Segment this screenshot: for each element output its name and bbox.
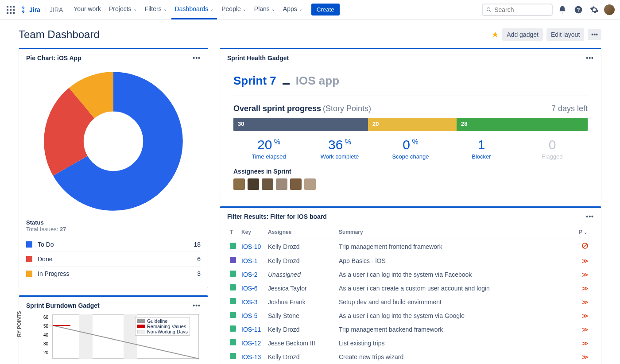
assignee-cell: Unassigned xyxy=(265,267,336,281)
issue-key[interactable]: IOS-10 xyxy=(241,243,261,250)
legend-swatch xyxy=(26,256,32,262)
story-icon xyxy=(230,353,236,359)
progress-segment: 30 xyxy=(233,118,368,131)
table-row[interactable]: IOS-11 Kelly Drozd Trip management backe… xyxy=(227,322,594,336)
table-row[interactable]: IOS-1 Kelly Drozd App Basics - iOS ≫ xyxy=(227,254,594,267)
legend-row[interactable]: Done6 xyxy=(26,252,201,266)
table-row[interactable]: IOS-5 Sally Stone As a user i can log in… xyxy=(227,309,594,322)
priority-cell: ≫ xyxy=(576,267,594,281)
issue-key[interactable]: IOS-5 xyxy=(241,312,258,319)
table-row[interactable]: IOS-3 Joshua Frank Setup dev and and bui… xyxy=(227,295,594,309)
col-assignee[interactable]: Assignee xyxy=(265,225,336,239)
settings-icon[interactable] xyxy=(588,4,601,16)
issue-key[interactable]: IOS-12 xyxy=(241,340,261,347)
chevron-down-icon: ⌄ xyxy=(210,7,213,12)
star-icon[interactable]: ★ xyxy=(492,30,499,39)
issue-key[interactable]: IOS-3 xyxy=(241,298,258,306)
assignee-avatar[interactable] xyxy=(276,178,287,190)
svg-rect-0 xyxy=(7,6,8,8)
gadget-more-icon[interactable]: ••• xyxy=(586,213,594,220)
legend-row[interactable]: In Progress3 xyxy=(26,266,201,281)
svg-text:30: 30 xyxy=(43,341,49,346)
sprint-health-gadget: Sprint Health Gadget ••• Sprint 7 IOS ap… xyxy=(220,48,601,199)
project-name[interactable]: JIRA xyxy=(46,6,66,13)
filter-table: T Key Assignee Summary P ⌄ IOS-10 Kelly … xyxy=(227,225,594,364)
nav-item-projects[interactable]: Projects⌄ xyxy=(105,0,140,19)
gadget-title: Sprint Burndown Gadget xyxy=(26,302,100,309)
nav-item-apps[interactable]: Apps⌄ xyxy=(279,0,306,19)
col-priority[interactable]: P ⌄ xyxy=(576,225,594,239)
progress-subtitle: (Story Points) xyxy=(323,104,371,113)
assignees-heading: Assignees in Sprint xyxy=(233,168,588,175)
svg-rect-1 xyxy=(10,6,12,8)
jira-logo[interactable]: Jira xyxy=(19,6,40,14)
gadget-title: Filter Results: Filter for IOS board xyxy=(227,213,327,220)
col-type[interactable]: T xyxy=(227,225,239,239)
metric[interactable]: 0Flagged xyxy=(517,137,588,160)
progress-segment: 28 xyxy=(457,118,588,131)
col-key[interactable]: Key xyxy=(239,225,265,239)
table-row[interactable]: IOS-10 Kelly Drozd Trip management front… xyxy=(227,239,594,254)
metric[interactable]: 36 %Work complete xyxy=(304,137,375,160)
search-box[interactable] xyxy=(482,4,553,16)
svg-rect-8 xyxy=(13,12,15,14)
summary-cell: As a user i can log into the system via … xyxy=(336,267,576,281)
issue-key[interactable]: IOS-11 xyxy=(241,326,261,333)
svg-text:?: ? xyxy=(577,7,580,12)
gadget-more-icon[interactable]: ••• xyxy=(193,54,201,62)
table-row[interactable]: IOS-13 Kelly Drozd Create new trips wiza… xyxy=(227,350,594,364)
svg-rect-7 xyxy=(10,12,12,14)
create-button[interactable]: Create xyxy=(311,4,340,15)
total-issues: Total Issues: 27 xyxy=(26,226,201,232)
help-icon[interactable]: ? xyxy=(572,4,585,16)
metric[interactable]: 0 %Scope change xyxy=(375,137,446,160)
gadget-more-icon[interactable]: ••• xyxy=(193,302,201,309)
table-row[interactable]: IOS-6 Jessica Taylor As a user i can cre… xyxy=(227,281,594,295)
metric[interactable]: 1Blocker xyxy=(446,137,517,160)
product-name: Jira xyxy=(29,6,40,13)
assignee-avatar[interactable] xyxy=(290,178,302,190)
nav-item-filters[interactable]: Filters⌄ xyxy=(141,0,170,19)
user-avatar[interactable] xyxy=(604,4,615,15)
table-row[interactable]: IOS-12 Jesse Beckom III List existing tr… xyxy=(227,336,594,350)
issue-key[interactable]: IOS-1 xyxy=(241,257,258,264)
table-row[interactable]: IOS-2 Unassigned As a user i can log int… xyxy=(227,267,594,281)
assignee-cell: Jesse Beckom III xyxy=(265,336,336,350)
more-actions-icon[interactable]: ••• xyxy=(588,29,601,40)
sprint-name[interactable]: Sprint 7 xyxy=(233,74,276,88)
assignee-avatar[interactable] xyxy=(304,178,316,190)
issue-key[interactable]: IOS-2 xyxy=(241,271,258,278)
issue-key[interactable]: IOS-6 xyxy=(241,285,258,292)
app-switcher-icon[interactable] xyxy=(5,4,16,15)
assignee-avatars xyxy=(233,178,588,190)
nav-item-people[interactable]: People⌄ xyxy=(218,0,250,19)
notifications-icon[interactable] xyxy=(556,4,569,16)
assignee-cell: Sally Stone xyxy=(265,309,336,322)
issue-key[interactable]: IOS-13 xyxy=(241,353,261,360)
story-icon xyxy=(230,243,236,249)
gadget-title: Pie Chart: iOS App xyxy=(26,54,81,62)
search-input[interactable] xyxy=(494,6,548,13)
gadget-more-icon[interactable]: ••• xyxy=(586,54,594,62)
svg-text:20: 20 xyxy=(43,350,49,355)
assignee-avatar[interactable] xyxy=(262,178,273,190)
chevron-down-icon: ⌄ xyxy=(271,7,275,12)
legend-swatch xyxy=(26,271,32,277)
legend-row[interactable]: To Do18 xyxy=(26,237,201,252)
separator-icon xyxy=(283,83,290,85)
nav-items: Your workProjects⌄Filters⌄Dashboards⌄Peo… xyxy=(70,0,306,19)
progress-bar: 302028 xyxy=(233,118,588,131)
metric[interactable]: 20 %Time elapsed xyxy=(233,137,304,160)
col-summary[interactable]: Summary xyxy=(336,225,576,239)
svg-line-10 xyxy=(490,10,491,12)
legend-count: 6 xyxy=(197,256,201,263)
chevron-down-icon: ⌄ xyxy=(133,7,137,12)
add-gadget-button[interactable]: Add gadget xyxy=(502,28,543,41)
nav-item-plans[interactable]: Plans⌄ xyxy=(251,0,279,19)
sprint-project: IOS app xyxy=(296,74,339,88)
edit-layout-button[interactable]: Edit layout xyxy=(546,28,584,41)
assignee-avatar[interactable] xyxy=(233,178,245,190)
nav-item-your-work[interactable]: Your work xyxy=(70,0,105,19)
nav-item-dashboards[interactable]: Dashboards⌄ xyxy=(171,0,217,19)
assignee-avatar[interactable] xyxy=(248,178,259,190)
